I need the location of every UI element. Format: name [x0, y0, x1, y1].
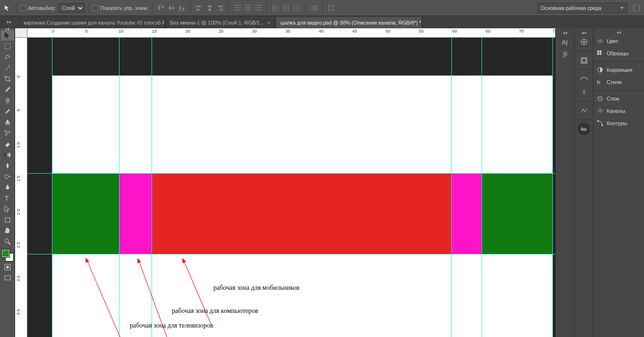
dist-bottom-icon[interactable] [254, 3, 263, 13]
auto-select-label: Автовыбор: [28, 5, 56, 11]
tabs-expand-icon[interactable] [0, 16, 18, 28]
paragraph-panel-icon[interactable] [559, 49, 572, 61]
svg-rect-32 [288, 5, 288, 11]
panel-adjustments[interactable]: Коррекция [593, 64, 644, 76]
align-top-icon[interactable] [156, 3, 166, 13]
panel-styles[interactable]: fxСтили [593, 76, 644, 88]
heal-tool[interactable] [1, 95, 14, 106]
svg-rect-35 [298, 5, 299, 11]
align-group-1 [156, 3, 186, 13]
guide-vertical[interactable] [52, 38, 52, 337]
zone-pc-right [451, 173, 482, 254]
guide-vertical[interactable] [451, 38, 452, 337]
guide-vertical[interactable] [552, 38, 553, 337]
crop-tool[interactable] [1, 74, 14, 84]
guide-horizontal[interactable] [27, 254, 555, 254]
hand-tool[interactable] [1, 226, 14, 236]
svg-rect-24 [255, 5, 262, 6]
panel-channels[interactable]: Каналы [593, 105, 644, 117]
wand-tool[interactable] [1, 63, 14, 73]
show-transform-checkbox[interactable] [93, 5, 98, 11]
panel-layers[interactable]: Слои [593, 93, 644, 105]
rcol-a-expand[interactable] [556, 31, 574, 35]
history-panel-icon[interactable] [577, 54, 591, 67]
lasso-tool[interactable] [1, 52, 14, 62]
svg-rect-63 [597, 53, 599, 55]
gradient-tool[interactable] [1, 150, 14, 160]
align-hcenter-icon[interactable] [205, 3, 214, 13]
quickmask-tool[interactable] [1, 262, 14, 272]
close-icon[interactable]: × [267, 20, 271, 26]
ruler-horizontal[interactable]: 051015202530354045505560657075 [27, 28, 555, 38]
properties-panel-icon[interactable] [577, 73, 591, 85]
align-right-icon[interactable] [215, 3, 225, 13]
character-panel-icon[interactable]: A| [559, 36, 572, 48]
dist-right-icon[interactable] [292, 3, 301, 13]
move-tool[interactable] [1, 30, 14, 41]
search-icon[interactable] [632, 3, 641, 13]
svg-rect-15 [222, 5, 223, 11]
actions-panel-icon[interactable] [577, 104, 591, 117]
eyedropper-tool[interactable] [1, 84, 14, 95]
workspace-dropdown[interactable]: Основная рабочая среда [537, 3, 627, 13]
svg-rect-11 [197, 9, 200, 10]
tab-label: Без имени-1 @ 100% (Слой 1, RGB/1... [170, 20, 264, 25]
ruler-vertical[interactable]: 051 01 52 02 53 03 5 [15, 38, 27, 337]
blur-tool[interactable] [1, 160, 14, 171]
rcol-b-expand[interactable] [575, 31, 593, 35]
dist-vcenter-icon[interactable] [243, 3, 253, 13]
svg-rect-26 [255, 10, 262, 10]
marquee-tool[interactable] [1, 41, 14, 51]
ruler-h-tick: 35 [286, 29, 290, 34]
guide-vertical[interactable] [482, 38, 482, 337]
dist-top-icon[interactable] [233, 3, 242, 13]
path-select-tool[interactable] [1, 204, 14, 214]
document-tab-2[interactable]: шапка для видео.psd @ 50% (Описание кана… [276, 17, 422, 28]
panel-paths[interactable]: Контуры [593, 117, 644, 129]
history-brush-tool[interactable] [1, 128, 14, 138]
dodge-tool[interactable] [1, 171, 14, 182]
type-tool[interactable]: T [1, 193, 14, 203]
svg-rect-62 [600, 51, 602, 52]
ruler-v-tick: 3 5 [16, 309, 21, 315]
info-panel-icon[interactable] [577, 86, 591, 98]
show-transform-label: Показать упр. элем. [100, 5, 148, 11]
brush-tool[interactable] [1, 106, 14, 117]
dist-left-icon[interactable] [271, 3, 280, 13]
color-swatch[interactable] [2, 250, 13, 261]
guide-vertical[interactable] [152, 38, 152, 337]
distribute-group-2 [271, 3, 301, 13]
auto-align-icon[interactable] [309, 3, 319, 13]
toolbox-expand-icon[interactable] [0, 27, 15, 31]
align-bottom-icon[interactable] [177, 3, 186, 13]
svg-rect-58 [582, 59, 586, 62]
screenmode-tool[interactable] [1, 273, 14, 283]
align-vcenter-icon[interactable] [167, 3, 176, 13]
navigator-panel-icon[interactable] [577, 36, 591, 48]
panel-color[interactable]: Цвет [593, 35, 644, 47]
dist-hcenter-icon[interactable] [281, 3, 291, 13]
svg-point-60 [599, 39, 603, 43]
kuler-panel-icon[interactable]: ku [577, 123, 591, 135]
align-left-icon[interactable] [195, 3, 204, 13]
guide-horizontal[interactable] [27, 173, 555, 174]
document-tab-1[interactable]: Без имени-1 @ 100% (Слой 1, RGB/1...× [165, 17, 276, 28]
zoom-tool[interactable] [1, 236, 14, 247]
auto-select-checkbox[interactable] [20, 5, 26, 11]
pen-tool[interactable] [1, 182, 14, 193]
guide-vertical[interactable] [119, 38, 119, 337]
panels-expand[interactable] [593, 30, 644, 35]
document-tab-0[interactable]: картинка Создание шапки для канала Youtu… [19, 17, 165, 28]
document-stage[interactable]: 051015202530354045505560657075 051 01 52… [15, 28, 555, 337]
distribute-group-1 [233, 3, 263, 13]
tab-label: картинка Создание шапки для канала Youtu… [24, 20, 165, 25]
svg-rect-1 [159, 6, 160, 10]
3d-mode-icon[interactable] [327, 3, 336, 13]
panel-swatches[interactable]: Образцы [593, 47, 644, 59]
shape-tool[interactable] [1, 215, 14, 225]
svg-point-44 [5, 130, 7, 132]
eraser-tool[interactable] [1, 139, 14, 149]
stamp-tool[interactable] [1, 117, 14, 127]
canvas[interactable] [52, 76, 552, 337]
auto-select-mode-select[interactable]: Слой [58, 3, 85, 13]
